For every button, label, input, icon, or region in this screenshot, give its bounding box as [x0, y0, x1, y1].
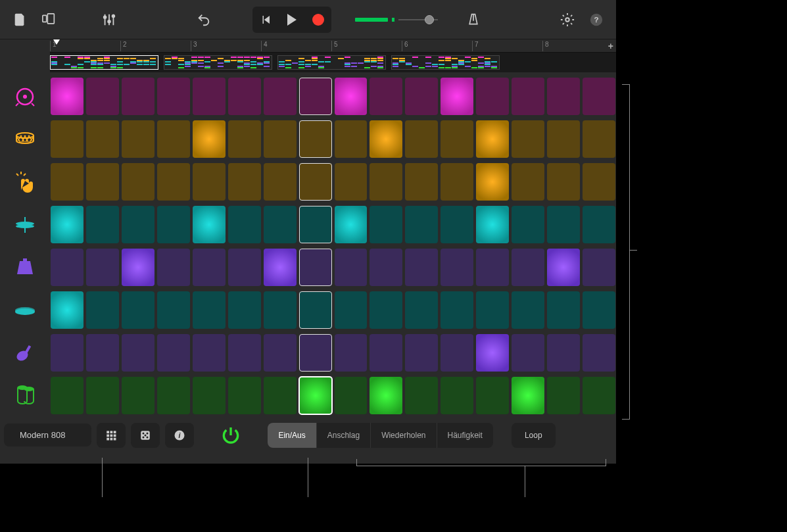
step[interactable] — [583, 249, 615, 286]
step[interactable] — [441, 163, 473, 201]
pattern-thumb[interactable] — [391, 55, 500, 70]
step[interactable] — [264, 334, 297, 372]
step[interactable] — [299, 120, 332, 158]
record-button[interactable] — [306, 8, 330, 32]
step[interactable] — [193, 377, 226, 414]
step[interactable] — [51, 249, 83, 286]
step[interactable] — [86, 291, 119, 329]
step[interactable] — [51, 206, 83, 243]
step[interactable] — [51, 334, 83, 372]
step[interactable] — [299, 249, 332, 286]
step[interactable] — [370, 334, 402, 372]
step[interactable] — [228, 120, 261, 158]
step[interactable] — [441, 206, 473, 243]
step[interactable] — [157, 334, 190, 372]
step[interactable] — [547, 377, 580, 414]
step[interactable] — [370, 120, 402, 158]
step[interactable] — [370, 249, 402, 286]
step[interactable] — [441, 120, 473, 158]
step[interactable] — [157, 291, 190, 329]
mode-tab[interactable]: Häufigkeit — [437, 423, 493, 448]
grid-view-button[interactable] — [97, 423, 126, 448]
step[interactable] — [122, 163, 155, 201]
step[interactable] — [193, 163, 226, 201]
step[interactable] — [122, 377, 155, 414]
step[interactable] — [193, 249, 226, 286]
play-button[interactable] — [280, 8, 304, 32]
step[interactable] — [405, 249, 438, 286]
step[interactable] — [157, 249, 190, 286]
step[interactable] — [512, 334, 544, 372]
power-button[interactable] — [219, 423, 243, 447]
step[interactable] — [476, 334, 509, 372]
step[interactable] — [547, 249, 580, 286]
step[interactable] — [335, 334, 368, 372]
my-songs-button[interactable] — [8, 8, 32, 32]
step[interactable] — [157, 78, 190, 115]
step[interactable] — [441, 334, 473, 372]
step[interactable] — [193, 334, 226, 372]
step[interactable] — [476, 291, 509, 329]
step[interactable] — [264, 249, 297, 286]
step[interactable] — [86, 206, 119, 243]
step[interactable] — [193, 206, 226, 243]
step[interactable] — [335, 291, 368, 329]
step[interactable] — [547, 78, 580, 115]
step[interactable] — [512, 291, 544, 329]
step[interactable] — [228, 334, 261, 372]
step[interactable] — [264, 291, 297, 329]
step[interactable] — [441, 78, 473, 115]
step[interactable] — [157, 377, 190, 414]
step[interactable] — [299, 206, 332, 243]
track-controls-button[interactable] — [97, 8, 121, 32]
step[interactable] — [405, 163, 438, 201]
metronome-button[interactable] — [462, 8, 485, 32]
step[interactable] — [122, 206, 155, 243]
step[interactable] — [405, 120, 438, 158]
step[interactable] — [228, 163, 261, 201]
step[interactable] — [228, 78, 261, 115]
step[interactable] — [299, 377, 332, 414]
step[interactable] — [405, 334, 438, 372]
step[interactable] — [547, 163, 580, 201]
instrument-clap[interactable] — [0, 160, 50, 203]
pattern-thumb[interactable] — [164, 55, 272, 70]
settings-button[interactable] — [556, 8, 579, 32]
step[interactable] — [370, 206, 402, 243]
step[interactable] — [405, 291, 438, 329]
step[interactable] — [583, 163, 615, 201]
step[interactable] — [193, 291, 226, 329]
step[interactable] — [122, 78, 155, 115]
step[interactable] — [86, 78, 119, 115]
step[interactable] — [51, 291, 83, 329]
step[interactable] — [193, 78, 226, 115]
step[interactable] — [512, 120, 544, 158]
go-to-start-button[interactable] — [254, 8, 277, 32]
step[interactable] — [193, 120, 226, 158]
step[interactable] — [583, 377, 615, 414]
step[interactable] — [51, 377, 83, 414]
mode-tab[interactable]: Ein/Aus — [268, 423, 316, 448]
step[interactable] — [122, 249, 155, 286]
step[interactable] — [370, 291, 402, 329]
undo-button[interactable] — [192, 8, 216, 32]
step[interactable] — [583, 78, 615, 115]
step[interactable] — [512, 206, 544, 243]
step[interactable] — [157, 120, 190, 158]
step[interactable] — [299, 78, 332, 115]
step[interactable] — [335, 377, 368, 414]
step[interactable] — [228, 249, 261, 286]
step[interactable] — [547, 120, 580, 158]
instrument-snare[interactable] — [0, 118, 50, 160]
step[interactable] — [370, 163, 402, 201]
step[interactable] — [299, 163, 332, 201]
step[interactable] — [583, 334, 615, 372]
step[interactable] — [405, 206, 438, 243]
step[interactable] — [122, 120, 155, 158]
info-button[interactable]: i — [165, 423, 194, 448]
step[interactable] — [122, 334, 155, 372]
step[interactable] — [512, 249, 544, 286]
step[interactable] — [157, 163, 190, 201]
step[interactable] — [86, 120, 119, 158]
step[interactable] — [547, 334, 580, 372]
